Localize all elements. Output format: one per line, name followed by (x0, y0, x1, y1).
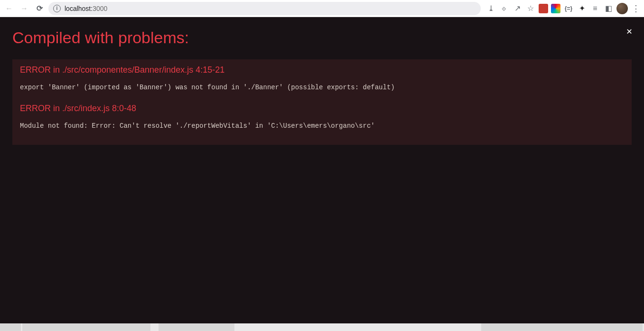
browser-toolbar: ← → ⟳ i localhost:3000 ⤓ ⟐ ↗ ☆ {=} ✦ ≡ ◧… (0, 0, 644, 17)
toolbar-actions: ⤓ ⟐ ↗ ☆ {=} ✦ ≡ ◧ ⋮ (484, 3, 641, 14)
error-block: ERROR in ./src/index.js 8:0-48 Module no… (20, 104, 624, 130)
translate-icon[interactable]: ⟐ (499, 3, 509, 14)
close-overlay-button[interactable]: ✕ (624, 26, 635, 36)
side-panel-icon[interactable]: ◧ (603, 3, 614, 14)
close-icon: ✕ (626, 25, 632, 37)
overlay-heading: Compiled with problems: (12, 28, 644, 47)
error-title: ERROR in ./src/componentes/Banner/index.… (20, 65, 624, 75)
url-text: localhost:3000 (65, 5, 107, 12)
extension-braces-icon[interactable]: {=} (563, 3, 574, 14)
error-block: ERROR in ./src/componentes/Banner/index.… (20, 65, 624, 91)
url-host: localhost: (65, 5, 93, 12)
back-icon: ← (5, 4, 13, 13)
error-message: export 'Banner' (imported as 'Banner') w… (20, 84, 624, 91)
forward-button[interactable]: → (18, 2, 30, 15)
bookmark-star-icon[interactable]: ☆ (525, 3, 536, 14)
extension-color-icon[interactable] (551, 4, 560, 13)
install-app-icon[interactable]: ⤓ (485, 3, 496, 14)
reload-icon: ⟳ (37, 4, 43, 13)
os-taskbar (0, 323, 644, 331)
profile-avatar[interactable] (616, 3, 628, 14)
error-message: Module not found: Error: Can't resolve '… (20, 122, 624, 130)
site-info-icon[interactable]: i (53, 5, 61, 12)
share-icon[interactable]: ↗ (512, 3, 523, 14)
chrome-menu-icon[interactable]: ⋮ (631, 3, 641, 14)
back-button[interactable]: ← (3, 2, 15, 15)
forward-icon: → (20, 4, 28, 13)
extensions-puzzle-icon[interactable]: ✦ (577, 3, 587, 14)
address-bar[interactable]: i localhost:3000 (48, 2, 481, 15)
reload-button[interactable]: ⟳ (33, 2, 46, 15)
error-title: ERROR in ./src/index.js 8:0-48 (20, 104, 624, 113)
webpack-error-overlay: ✕ Compiled with problems: ERROR in ./src… (0, 17, 644, 323)
extension-red-icon[interactable] (539, 4, 548, 13)
error-list: ERROR in ./src/componentes/Banner/index.… (12, 59, 632, 145)
url-port: 3000 (93, 5, 107, 12)
reading-list-icon[interactable]: ≡ (590, 3, 600, 14)
